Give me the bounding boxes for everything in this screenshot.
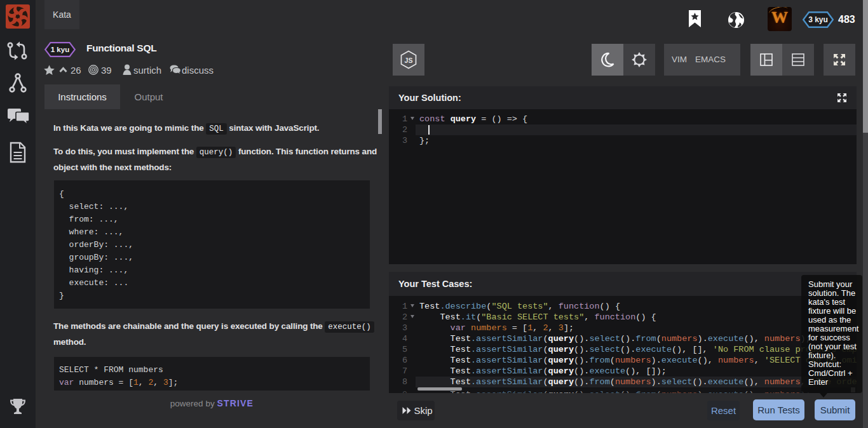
svg-text:3 kyu: 3 kyu bbox=[808, 15, 828, 24]
svg-text:JS: JS bbox=[405, 57, 413, 64]
svg-text:1 kyu: 1 kyu bbox=[51, 46, 69, 53]
